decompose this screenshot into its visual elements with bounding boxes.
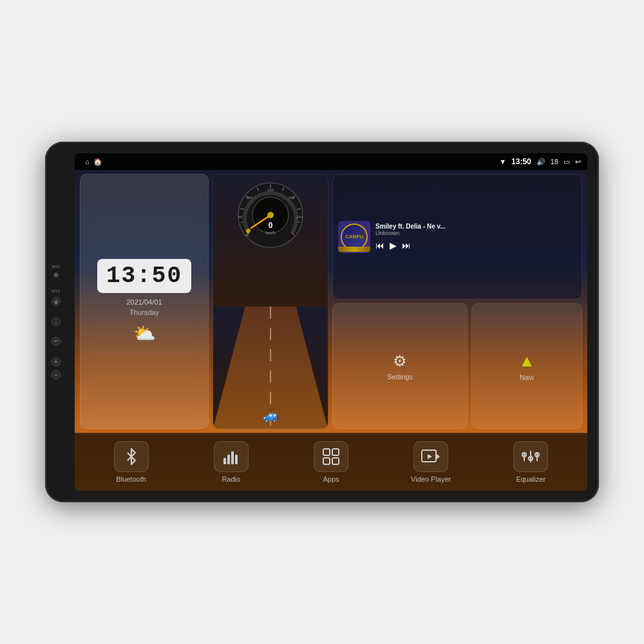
apps-icon (322, 448, 340, 466)
svg-text:120: 120 (246, 196, 253, 200)
settings-widget[interactable]: ⚙ Settings (332, 303, 468, 429)
svg-rect-33 (332, 458, 339, 464)
rst-label: RST (52, 289, 61, 293)
music-info: Smiley ft. Delia - Ne v... Unknown ⏮ ▶ ⏭ (375, 223, 576, 251)
settings-icon: ⚙ (393, 352, 407, 370)
navi-label: Navi (520, 374, 534, 381)
svg-rect-30 (323, 449, 330, 455)
bluetooth-icon-box (114, 441, 149, 472)
next-button[interactable]: ⏭ (402, 240, 411, 251)
main-content: 13:50 2021/04/01 Thursday ⛅ (75, 170, 587, 491)
equalizer-icon (522, 448, 540, 465)
video-icon-box (413, 441, 448, 472)
wifi-icon: ▼ (499, 158, 506, 166)
svg-rect-31 (332, 449, 339, 455)
home-button[interactable]: ⌂ (52, 317, 61, 327)
back-nav-icon: ↩ (575, 158, 581, 166)
bottom-bar: Bluetooth Radio (75, 433, 587, 491)
settings-label: Settings (387, 373, 413, 381)
gauge-svg: 0 km/h 40 80 120 160 200 240 (235, 180, 306, 251)
equalizer-item[interactable]: Equalizer (505, 441, 556, 483)
music-controls: ⏮ ▶ ⏭ (375, 240, 576, 251)
prev-button[interactable]: ⏮ (375, 240, 384, 251)
ribbon (338, 247, 370, 252)
clock-time: 13:50 (106, 263, 182, 289)
svg-rect-32 (323, 458, 330, 464)
radio-icon (222, 449, 240, 464)
radio-label: Radio (222, 475, 240, 483)
house-icon: 🏠 (93, 158, 102, 166)
mic-label: MIC (52, 265, 61, 269)
widgets-grid: 13:50 2021/04/01 Thursday ⛅ (75, 170, 587, 433)
svg-rect-26 (223, 458, 226, 464)
status-time: 13:50 (511, 157, 531, 166)
svg-rect-28 (231, 451, 234, 464)
music-artist: Unknown (375, 230, 576, 236)
svg-point-14 (267, 212, 274, 218)
play-button[interactable]: ▶ (390, 240, 397, 251)
clock-date: 2021/04/01 (126, 298, 162, 306)
side-button-panel: MIC RST ⏻ ⌂ ↩ + − (52, 265, 61, 379)
navi-icon: ▲ (518, 351, 535, 371)
bluetooth-label: Bluetooth (116, 475, 146, 483)
main-screen: ⌂ 🏠 ▼ 13:50 🔊 18 ▭ ↩ (75, 153, 587, 491)
svg-text:40: 40 (245, 233, 249, 237)
volume-icon: 🔊 (536, 158, 545, 166)
svg-text:80: 80 (238, 215, 243, 219)
vol-down-button[interactable]: − (52, 370, 61, 379)
radio-item[interactable]: Radio (205, 441, 257, 483)
video-player-item[interactable]: Video Player (405, 441, 457, 483)
gauge-container: 0 km/h 40 80 120 160 200 240 (235, 180, 306, 251)
mic-button[interactable] (53, 272, 59, 278)
clock-day: Thursday (129, 308, 159, 316)
rst-button[interactable]: ⏻ (52, 297, 61, 306)
home-icon: ⌂ (85, 158, 90, 166)
svg-text:km/h: km/h (265, 231, 275, 235)
svg-text:240: 240 (296, 215, 303, 219)
equalizer-icon-box (513, 441, 548, 472)
video-player-icon (421, 449, 440, 464)
bluetooth-item[interactable]: Bluetooth (106, 441, 157, 483)
music-widget[interactable]: CARFU Smiley ft. Delia - Ne v... Unknown… (332, 174, 582, 299)
album-art: CARFU (338, 221, 370, 253)
svg-marker-36 (428, 454, 432, 459)
volume-level: 18 (551, 158, 558, 166)
svg-marker-35 (436, 453, 440, 460)
car-icon: 🚙 (263, 408, 279, 423)
navi-widget[interactable]: ▲ Navi (471, 303, 582, 429)
vol-up-button[interactable]: + (52, 357, 61, 366)
speedometer-widget[interactable]: 0 km/h 40 80 120 160 200 240 (213, 174, 328, 429)
svg-rect-27 (227, 455, 230, 464)
apps-item[interactable]: Apps (305, 441, 357, 483)
weather-icon: ⛅ (133, 323, 156, 344)
car-head-unit: MIC RST ⏻ ⌂ ↩ + − ⌂ 🏠 ▼ 13:50 🔊 18 ▭ ↩ (45, 142, 599, 502)
svg-text:0: 0 (269, 221, 273, 230)
video-label: Video Player (411, 475, 451, 483)
clock-widget[interactable]: 13:50 2021/04/01 Thursday ⛅ (80, 174, 209, 429)
apps-icon-box (314, 441, 348, 472)
status-bar: ⌂ 🏠 ▼ 13:50 🔊 18 ▭ ↩ (75, 153, 587, 170)
back-button[interactable]: ↩ (52, 337, 61, 346)
radio-icon-box (214, 441, 249, 472)
svg-rect-29 (235, 455, 238, 464)
clock-display: 13:50 (97, 259, 191, 293)
road-scene: 🚙 (213, 307, 328, 428)
battery-icon: ▭ (564, 158, 570, 166)
music-title: Smiley ft. Delia - Ne v... (375, 223, 576, 230)
svg-text:160: 160 (267, 188, 274, 192)
svg-text:200: 200 (289, 196, 296, 200)
bluetooth-icon (123, 448, 140, 465)
equalizer-label: Equalizer (516, 475, 545, 483)
apps-label: Apps (323, 475, 339, 483)
